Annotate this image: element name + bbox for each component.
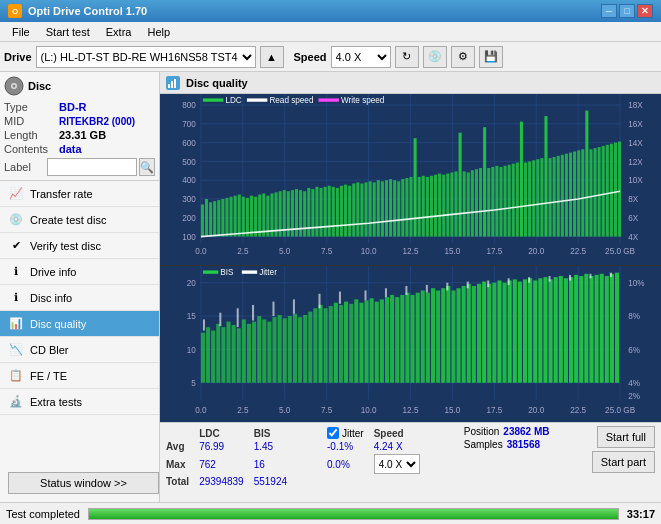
svg-text:25.0 GB: 25.0 GB [605,246,635,256]
svg-rect-199 [206,327,210,383]
svg-rect-247 [451,291,455,383]
menu-bar: File Start test Extra Help [0,22,661,42]
svg-rect-219 [308,312,312,383]
menu-extra[interactable]: Extra [98,24,140,40]
svg-text:22.5: 22.5 [570,246,586,256]
position-value: 23862 MB [503,426,549,437]
svg-rect-96 [377,180,380,236]
disc-button[interactable]: 💿 [423,46,447,68]
eject-button[interactable]: ▲ [260,46,284,68]
svg-rect-298 [569,275,571,281]
sidebar-item-transfer-rate[interactable]: 📈 Transfer rate [0,181,159,207]
svg-rect-60 [230,197,233,237]
svg-rect-56 [213,201,216,236]
svg-rect-121 [479,168,482,237]
svg-rect-101 [397,181,400,236]
svg-rect-212 [272,317,276,383]
save-button[interactable]: 💾 [479,46,503,68]
jitter-checkbox[interactable] [327,427,339,439]
svg-text:20: 20 [187,278,196,288]
svg-rect-106 [418,177,421,237]
chart-top: 800 700 600 500 400 300 200 100 18X 16X … [160,94,661,266]
speed-select[interactable]: 4.0 X [331,46,391,68]
svg-rect-91 [356,182,359,236]
svg-text:400: 400 [182,175,196,185]
settings-button[interactable]: ⚙ [451,46,475,68]
svg-rect-78 [303,191,306,236]
sidebar-item-create-test-disc[interactable]: 💿 Create test disc [0,207,159,233]
sidebar-item-cd-bler[interactable]: 📉 CD Bler [0,337,159,363]
sidebar-item-drive-info[interactable]: ℹ Drive info [0,259,159,285]
svg-text:4%: 4% [628,378,640,388]
svg-rect-131 [520,122,523,237]
svg-rect-82 [320,188,323,237]
svg-rect-265 [543,277,547,383]
svg-rect-151 [602,146,605,237]
svg-rect-61 [234,196,237,237]
svg-rect-241 [421,291,425,383]
sidebar-item-disc-quality[interactable]: 📊 Disc quality [0,311,159,337]
disc-icon [4,76,24,96]
svg-rect-274 [589,276,593,383]
svg-rect-229 [359,303,363,383]
minimize-button[interactable]: ─ [601,4,617,18]
svg-rect-81 [315,187,318,237]
svg-text:4X: 4X [628,232,638,242]
refresh-button[interactable]: ↻ [395,46,419,68]
menu-start-test[interactable]: Start test [38,24,98,40]
svg-text:LDC: LDC [225,95,241,105]
svg-rect-83 [324,187,327,237]
samples-row: Samples 381568 [464,439,584,450]
maximize-button[interactable]: □ [619,4,635,18]
position-row: Position 23862 MB [464,426,584,437]
svg-rect-94 [369,181,372,236]
speed-test-dropdown[interactable]: 4.0 X [374,454,420,474]
svg-rect-154 [614,143,617,237]
menu-file[interactable]: File [4,24,38,40]
svg-text:7.5: 7.5 [321,405,333,415]
menu-help[interactable]: Help [139,24,178,40]
svg-rect-57 [217,200,220,236]
disc-info-label: Disc info [30,292,72,304]
svg-rect-202 [221,327,225,383]
drive-select[interactable]: (L:) HL-DT-ST BD-RE WH16NS58 TST4 [36,46,256,68]
status-window-button[interactable]: Status window >> [8,472,159,494]
start-part-button[interactable]: Start part [592,451,655,473]
svg-text:17.5: 17.5 [486,246,502,256]
svg-rect-234 [385,297,389,383]
svg-rect-124 [491,167,494,237]
sidebar-item-extra-tests[interactable]: 🔬 Extra tests [0,389,159,415]
label-search-button[interactable]: 🔍 [139,158,155,176]
svg-text:100: 100 [182,232,196,242]
stats-table: LDC BIS Jitter Speed [166,426,456,488]
svg-rect-115 [454,171,457,236]
fe-te-icon: 📋 [8,368,24,384]
create-test-disc-label: Create test disc [30,214,106,226]
svg-rect-67 [258,195,261,237]
svg-text:22.5: 22.5 [570,405,586,415]
svg-rect-139 [553,157,556,237]
svg-rect-113 [446,174,449,237]
svg-rect-140 [557,156,560,237]
svg-rect-63 [242,197,245,237]
svg-text:500: 500 [182,156,196,166]
svg-rect-255 [492,283,496,383]
svg-rect-99 [389,179,392,236]
start-full-button[interactable]: Start full [597,426,655,448]
svg-rect-5 [174,79,176,88]
sidebar-item-fe-te[interactable]: 📋 FE / TE [0,363,159,389]
sidebar-item-disc-info[interactable]: ℹ Disc info [0,285,159,311]
svg-rect-87 [340,186,343,237]
close-button[interactable]: ✕ [637,4,653,18]
type-label: Type [4,101,59,113]
sidebar-item-verify-test-disc[interactable]: ✔ Verify test disc [0,233,159,259]
svg-text:700: 700 [182,119,196,129]
svg-rect-242 [426,293,430,383]
svg-rect-150 [598,147,601,237]
svg-rect-110 [434,175,437,237]
svg-rect-220 [313,309,317,384]
cd-bler-icon: 📉 [8,342,24,358]
label-input[interactable] [47,158,137,176]
svg-rect-271 [574,275,578,383]
svg-rect-204 [232,325,236,383]
